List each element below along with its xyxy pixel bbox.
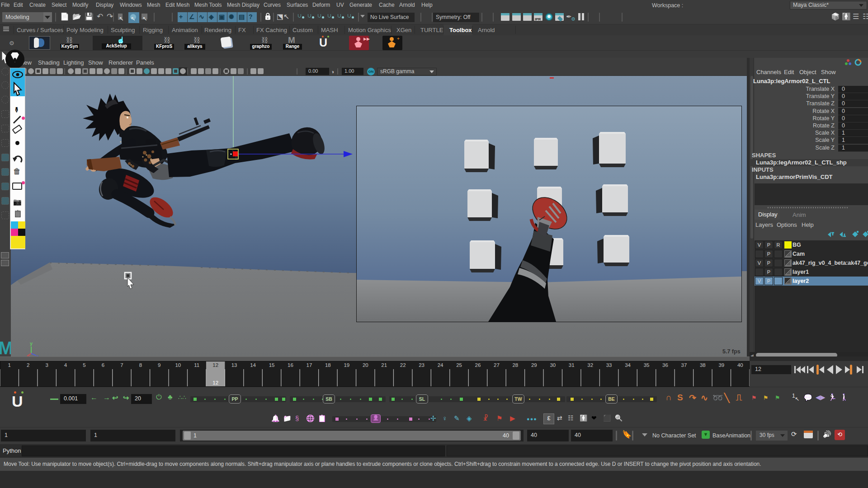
svg-text:17: 17 bbox=[307, 362, 312, 368]
svg-text:8: 8 bbox=[139, 362, 142, 368]
svg-text:35: 35 bbox=[644, 362, 650, 368]
svg-text:28: 28 bbox=[512, 362, 518, 368]
svg-text:2: 2 bbox=[27, 362, 29, 368]
svg-text:37: 37 bbox=[681, 362, 687, 368]
svg-text:40: 40 bbox=[737, 362, 743, 368]
svg-text:25: 25 bbox=[456, 362, 462, 368]
svg-text:38: 38 bbox=[700, 362, 706, 368]
svg-text:5.7 fps: 5.7 fps bbox=[722, 348, 741, 355]
svg-text:29: 29 bbox=[531, 362, 537, 368]
svg-text:24: 24 bbox=[438, 362, 443, 368]
svg-text:11: 11 bbox=[194, 362, 199, 368]
svg-text:14: 14 bbox=[250, 362, 256, 368]
svg-text:13: 13 bbox=[231, 362, 237, 368]
svg-text:16: 16 bbox=[288, 362, 293, 368]
svg-text:31: 31 bbox=[569, 362, 575, 368]
svg-text:26: 26 bbox=[475, 362, 481, 368]
svg-text:1: 1 bbox=[8, 362, 11, 368]
svg-text:9: 9 bbox=[158, 362, 160, 368]
svg-text:19: 19 bbox=[344, 362, 349, 368]
svg-text:27: 27 bbox=[494, 362, 500, 368]
svg-text:6: 6 bbox=[102, 362, 104, 368]
svg-text:32: 32 bbox=[587, 362, 593, 368]
svg-text:39: 39 bbox=[718, 362, 724, 368]
svg-text:12: 12 bbox=[212, 362, 218, 368]
svg-text:23: 23 bbox=[419, 362, 425, 368]
svg-text:18: 18 bbox=[325, 362, 331, 368]
svg-text:5: 5 bbox=[83, 362, 85, 368]
svg-text:y: y bbox=[30, 341, 33, 346]
svg-text:22: 22 bbox=[400, 362, 406, 368]
svg-text:12: 12 bbox=[212, 380, 218, 385]
svg-text:4: 4 bbox=[64, 362, 67, 368]
svg-text:15: 15 bbox=[269, 362, 275, 368]
svg-text:3: 3 bbox=[45, 362, 48, 368]
svg-text:33: 33 bbox=[606, 362, 612, 368]
svg-text:34: 34 bbox=[625, 362, 631, 368]
svg-text:20: 20 bbox=[363, 362, 368, 368]
svg-text:36: 36 bbox=[662, 362, 668, 368]
svg-text:30: 30 bbox=[550, 362, 556, 368]
svg-text:21: 21 bbox=[381, 362, 387, 368]
svg-text:10: 10 bbox=[175, 362, 181, 368]
svg-text:7: 7 bbox=[120, 362, 123, 368]
